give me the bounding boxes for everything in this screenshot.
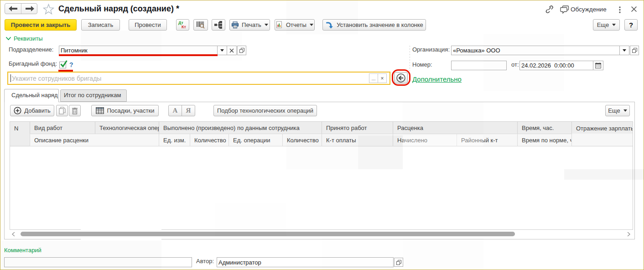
- svg-text:Кт: Кт: [182, 25, 186, 29]
